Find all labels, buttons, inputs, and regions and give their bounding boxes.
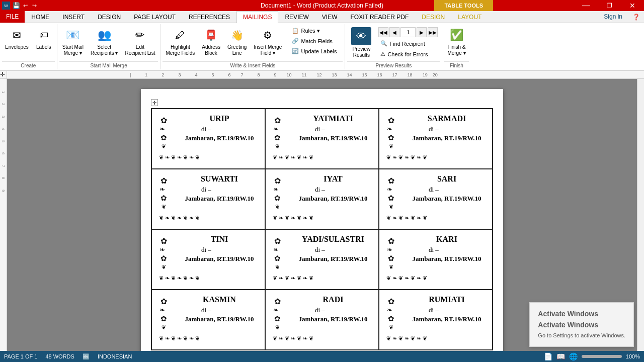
card-floral-left-11: ✿ ❧ ✿ ❦ [386,295,406,331]
save-icon[interactable]: 💾 [12,2,20,10]
restore-btn[interactable]: ❐ [598,0,621,11]
svg-text:❦ ❧ ❦ ❧ ❦ ❧ ❦: ❦ ❧ ❦ ❧ ❦ ❧ ❦ [273,335,313,341]
card-address-10: Jambaran, RT.19/RW.10 [295,315,371,323]
tab-design2[interactable]: DESIGN [415,11,451,23]
card-inner: ✿ ❧ ✿ ❦ SARI di – Jambaran, RT.19/RW.10 [386,174,485,211]
status-right: 📄 📖 🌐 100% [544,352,640,360]
preview-results-icon: 👁 [351,27,371,45]
card-inner: ✿ ❧ ✿ ❦ SARMADI di – Jambaran, RT.19/RW.… [386,114,485,150]
tab-foxit[interactable]: FOXIT READER PDF [344,11,415,23]
card-floral-left-5: ✿ ❧ ✿ ❦ [386,174,406,211]
rules-btn[interactable]: 📋 Rules ▾ [288,26,341,36]
redo-icon[interactable]: ↪ [30,2,38,10]
view-print-icon[interactable]: 📄 [544,352,552,360]
svg-text:❧: ❧ [273,186,279,193]
svg-text:❧: ❧ [387,246,392,253]
nav-controls: ◀◀ ◀ ▶ ▶▶ [378,27,438,37]
close-btn[interactable]: ✕ [621,0,644,11]
card-text-3: SUWARTI di – Jambaran, RT.19/RW.10 [181,174,258,203]
title-bar-controls[interactable]: — ❐ ✕ [575,0,644,11]
preview-results-label-group: Preview Results [347,61,440,68]
svg-text:❧: ❧ [387,186,392,193]
tab-view[interactable]: VIEW [315,11,344,23]
svg-text:✿: ✿ [388,194,394,202]
svg-text:❧: ❧ [159,186,165,193]
card-name-5: SARI [409,174,485,184]
svg-text:✿: ✿ [388,314,394,323]
minimize-btn[interactable]: — [575,0,598,11]
nav-next-btn[interactable]: ▶ [417,27,427,37]
address-block-btn[interactable]: 📮 AddressBlock [199,25,223,58]
labels-label: Labels [36,44,51,50]
greeting-line-btn[interactable]: 👋 GreetingLine [224,25,250,58]
edit-recipient-list-btn[interactable]: ✏ EditRecipient List [122,25,158,58]
ruler-vertical: 1 2 3 4 5 6 7 8 9 [0,79,7,351]
ruler-area: ✛ | 1234567891011121314151617181920 [0,71,644,79]
preview-results-btn[interactable]: 👁 PreviewResults [347,25,375,60]
view-reading-icon[interactable]: 📖 [556,352,565,360]
update-labels-btn[interactable]: 🔄 Update Labels [288,46,341,56]
card-di-8: di – [409,246,485,254]
select-recipients-btn[interactable]: 👥 SelectRecipients ▾ [88,25,121,58]
nav-last-btn[interactable]: ▶▶ [428,27,438,37]
spell-check-icon[interactable]: 🔤 [83,353,90,360]
zoom-slider[interactable] [582,355,622,358]
help-btn[interactable]: ❓ [628,11,644,23]
card-floral-bottom-9: ❦ ❧ ❦ ❧ ❦ ❧ ❦ [159,334,258,343]
finish-merge-btn[interactable]: ✅ Finish &Merge ▾ [444,25,468,58]
tab-insert[interactable]: INSERT [56,11,91,23]
svg-text:❦ ❧ ❦ ❧ ❦ ❧ ❦: ❦ ❧ ❦ ❧ ❦ ❧ ❦ [386,275,427,281]
match-fields-btn[interactable]: 🔗 Match Fields [288,36,341,46]
highlight-merge-fields-btn[interactable]: 🖊 HighlightMerge Fields [163,25,198,58]
tab-mailings[interactable]: MAILINGS [236,11,278,23]
labels-btn[interactable]: 🏷 Labels [33,25,55,52]
tab-design[interactable]: DESIGN [91,11,127,23]
card-name-7: YADI/SULASTRI [295,235,371,244]
start-mail-merge-btn[interactable]: 📧 Start MailMerge ▾ [59,25,87,58]
envelopes-btn[interactable]: ✉ Envelopes [2,25,32,52]
svg-text:❦ ❧ ❦ ❧ ❦ ❧ ❦: ❦ ❧ ❦ ❧ ❦ ❧ ❦ [273,275,313,281]
card-floral-bottom-3: ❦ ❧ ❦ ❧ ❦ ❧ ❦ [159,214,258,222]
card-text-5: SARI di – Jambaran, RT.19/RW.10 [409,174,485,203]
select-recipients-icon: 👥 [96,27,112,43]
tab-page-layout[interactable]: PAGE LAYOUT [127,11,182,23]
nav-prev-btn[interactable]: ◀ [389,27,399,37]
card-address-11: Jambaran, RT.19/RW.10 [409,315,485,323]
svg-text:✿: ✿ [388,133,394,142]
svg-text:✿: ✿ [388,297,394,306]
highlight-icon: 🖊 [172,27,188,43]
svg-text:✿: ✿ [274,116,281,125]
address-block-label: AddressBlock [202,44,220,56]
svg-text:✿: ✿ [274,314,281,323]
scrollbar-vertical[interactable] [637,79,644,351]
tab-layout[interactable]: LAYOUT [451,11,488,23]
svg-text:✿: ✿ [160,133,167,142]
page-control[interactable]: ✛ [151,99,158,106]
tab-references[interactable]: REFERENCES [182,11,236,23]
page-info: PAGE 1 OF 1 [4,353,37,359]
card-text-1: YATMIATI di – Jambaran, RT.19/RW.10 [295,114,371,142]
tab-review[interactable]: REVIEW [278,11,315,23]
card-floral-bottom-0: ❦ ❧ ❦ ❧ ❦ ❧ ❦ [159,153,258,162]
sign-in-btn[interactable]: Sign in [598,11,628,23]
tab-home[interactable]: HOME [25,11,56,23]
card-name-6: TINI [181,235,258,244]
undo-icon[interactable]: ↩ [21,2,29,10]
card-text-9: KASMIN di – Jambaran, RT.19/RW.10 [181,295,258,323]
page-number-input[interactable] [400,27,416,37]
tab-file[interactable]: FILE [0,11,25,23]
view-web-icon[interactable]: 🌐 [569,352,578,360]
check-errors-btn[interactable]: ⚠ Check for Errors [378,50,438,58]
nav-first-btn[interactable]: ◀◀ [378,27,388,37]
card-3: ✿ ❧ ✿ ❦ SUWARTI di – Jambaran, RT.19/RW.… [151,169,265,229]
svg-text:✿: ✿ [388,237,394,245]
svg-text:❦: ❦ [275,204,280,210]
svg-text:✿: ✿ [274,237,281,245]
svg-text:❦ ❧ ❦ ❧ ❦ ❧ ❦: ❦ ❧ ❦ ❧ ❦ ❧ ❦ [273,154,313,160]
insert-merge-field-btn[interactable]: ⚙ Insert MergeField ▾ [251,25,285,58]
svg-text:❦: ❦ [162,143,166,149]
ribbon-content: ✉ Envelopes 🏷 Labels Create 📧 Start Mail… [0,23,644,71]
card-inner: ✿ ❧ ✿ ❦ RADI di – Jambaran, RT.19/RW.10 [273,295,371,331]
find-recipient-btn[interactable]: 🔍 Find Recipient [378,39,438,48]
svg-text:✿: ✿ [274,176,281,185]
